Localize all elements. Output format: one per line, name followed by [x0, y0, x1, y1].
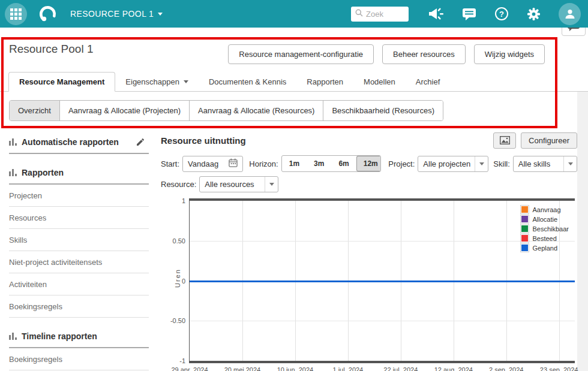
sidebar-section-title: Automatische rapporten [22, 137, 119, 147]
legend-label: Allocatie [532, 216, 557, 223]
sidebar-section-heading: Automatische rapporten [9, 129, 149, 154]
resource-management-configuration-button[interactable]: Resource management-configuratie [228, 44, 374, 64]
subtab-beschikbaarheid-resources[interactable]: Beschikbaarheid (Resources) [323, 101, 443, 120]
svg-text:?: ? [499, 10, 504, 19]
edit-reports-button[interactable] [136, 137, 145, 147]
help-icon[interactable]: ? [494, 7, 509, 21]
legend-item-beschikbaar: Beschikbaar [520, 224, 569, 233]
chevron-down-icon [184, 80, 188, 83]
header-buttons: Resource management-configuratie Beheer … [228, 44, 545, 64]
x-axis-label: 29 apr. 2024 [171, 366, 208, 371]
app-switcher-button[interactable] [5, 3, 27, 25]
sidebar-item-resources[interactable]: Resources [9, 207, 149, 229]
bar-chart-icon [9, 138, 17, 146]
search-input[interactable] [366, 10, 404, 19]
export-image-button[interactable] [493, 132, 516, 149]
tab-documenten-kennis[interactable]: Documenten & Kennis [199, 73, 296, 91]
legend-swatch [520, 224, 529, 233]
project-dropdown[interactable]: Alle projecten [418, 156, 488, 172]
app-logo[interactable] [39, 5, 57, 23]
legend-swatch [520, 234, 529, 243]
resource-label: Resource: [161, 180, 196, 189]
sidebar-item-skills[interactable]: Skills [9, 229, 149, 251]
horizon-6m-button[interactable]: 6m [331, 156, 356, 171]
sidebar-item-boekingsregels[interactable]: Boekingsregels [9, 295, 149, 318]
legend-swatch [520, 205, 529, 214]
megaphone-icon[interactable] [428, 7, 444, 21]
resource-dropdown[interactable]: Alle resources [199, 176, 278, 192]
sidebar-section-automatische-rapporten: Automatische rapporten [9, 129, 149, 154]
tab-archief[interactable]: Archief [406, 73, 450, 91]
sidebar-section-heading: Rapporten [9, 160, 149, 185]
sidebar-item-projecten[interactable]: Projecten [9, 185, 149, 207]
legend-label: Beschikbaar [532, 225, 569, 233]
gridline [190, 241, 575, 242]
edit-widgets-button[interactable]: Wijzig widgets [474, 44, 545, 64]
chevron-down-icon [475, 156, 488, 171]
y-axis-label: 0.50 [173, 237, 185, 245]
pencil-icon [136, 137, 145, 147]
search-box [351, 7, 409, 22]
sidebar-section-timeline-rapporten: Timeline rapportenBoekingsregels [9, 324, 149, 370]
subtab-aanvraag-allocatie-resources[interactable]: Aanvraag & Allocatie (Resources) [190, 101, 323, 120]
filter-row-1: Start: Vandaag Horizon: 1m3m6m12m Projec… [161, 155, 577, 172]
y-axis-title: Uren [174, 269, 181, 288]
sidebar-section-rapporten: RapportenProjectenResourcesSkillsNiet-pr… [9, 160, 149, 318]
x-axis-label: 2 sep. 2024 [489, 366, 524, 371]
sidebar-item-niet-project-activiteitensets[interactable]: Niet-project activiteitensets [9, 251, 149, 273]
tab-label: Archief [416, 77, 440, 86]
utilization-chart: Uren AanvraagAllocatieBeschikbaarBesteed… [161, 198, 577, 371]
legend-label: Besteed [532, 235, 556, 242]
legend-item-allocatie: Allocatie [520, 215, 569, 224]
legend-swatch [520, 215, 529, 224]
calendar-icon[interactable] [229, 158, 238, 169]
legend-swatch [520, 243, 529, 252]
image-icon [500, 136, 510, 144]
chevron-down-icon [563, 156, 577, 171]
horizon-1m-button[interactable]: 1m [282, 156, 307, 171]
manage-resources-button[interactable]: Beheer resources [382, 44, 466, 64]
x-axis-label: 12 aug. 2024 [434, 366, 473, 371]
widget-title: Resource uitnutting [161, 135, 246, 146]
chat-icon[interactable] [462, 7, 476, 21]
sidebar-item-boekingsregels[interactable]: Boekingsregels [9, 348, 149, 370]
configure-button[interactable]: Configureer [521, 132, 577, 149]
gear-icon[interactable] [527, 7, 541, 21]
tab-label: Eigenschappen [125, 77, 179, 86]
legend-item-besteed: Besteed [520, 234, 569, 243]
start-date-input[interactable]: Vandaag [182, 156, 243, 172]
y-axis-label: -1 [179, 357, 185, 364]
page-header: Resource Pool 1 Resource management-conf… [0, 28, 588, 73]
reports-sidebar: Automatische rapportenRapportenProjecten… [0, 129, 151, 371]
subtab-group: OverzichtAanvraag & Allocatie (Projecten… [9, 100, 443, 121]
x-axis-label: 23 sep. 2024 [540, 366, 578, 371]
avatar[interactable] [559, 3, 581, 25]
bar-chart-icon [9, 333, 17, 340]
tab-modellen[interactable]: Modellen [353, 73, 406, 91]
skill-dropdown[interactable]: Alle skills [513, 156, 577, 172]
subtab-overzicht[interactable]: Overzicht [10, 101, 60, 120]
horizon-12m-button[interactable]: 12m [356, 156, 382, 171]
tab-bar: Resource ManagementEigenschappenDocument… [0, 73, 588, 92]
sidebar-item-activiteiten[interactable]: Activiteiten [9, 273, 149, 295]
sidebar-section-title: Timeline rapporten [22, 331, 97, 341]
filter-row-2: Resource: Alle resources [161, 176, 577, 192]
skill-label: Skill: [493, 159, 509, 168]
pool-selector[interactable]: RESOURCE POOL 1 [70, 9, 163, 19]
tab-label: Documenten & Kennis [209, 77, 286, 86]
project-label: Project: [388, 159, 415, 168]
avatar-icon [564, 8, 576, 20]
subtab-area: OverzichtAanvraag & Allocatie (Projecten… [0, 92, 577, 129]
grid-icon [10, 8, 22, 20]
sidebar-section-title: Rapporten [22, 168, 64, 177]
tab-rapporten[interactable]: Rapporten [296, 73, 353, 91]
tab-resource-management[interactable]: Resource Management [8, 72, 115, 92]
subtab-aanvraag-allocatie-projecten[interactable]: Aanvraag & Allocatie (Projecten) [60, 101, 190, 120]
horizon-label: Horizon: [249, 159, 278, 168]
chevron-down-icon [158, 13, 163, 16]
sidebar-section-heading: Timeline rapporten [9, 324, 149, 348]
tab-eigenschappen[interactable]: Eigenschappen [115, 73, 199, 91]
tab-label: Resource Management [19, 77, 104, 86]
chart-plot-area: Uren AanvraagAllocatieBeschikbaarBesteed… [189, 198, 575, 363]
horizon-3m-button[interactable]: 3m [307, 156, 331, 171]
